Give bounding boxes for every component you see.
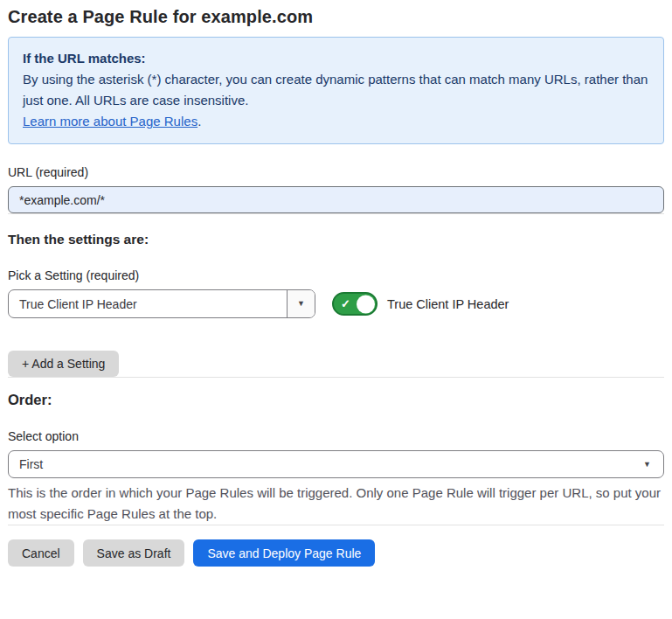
info-box-heading: If the URL matches: xyxy=(23,48,649,69)
url-label: URL (required) xyxy=(8,165,664,179)
url-input[interactable] xyxy=(8,186,664,213)
order-select-value: First xyxy=(19,457,643,471)
divider xyxy=(8,213,664,214)
info-box-body: By using the asterisk (*) character, you… xyxy=(23,69,649,111)
save-and-deploy-button[interactable]: Save and Deploy Page Rule xyxy=(193,539,375,567)
setting-row: True Client IP Header ▼ ✓ True Client IP… xyxy=(8,289,664,318)
setting-select-value: True Client IP Header xyxy=(9,290,287,317)
save-as-draft-button[interactable]: Save as Draft xyxy=(83,539,185,567)
learn-more-link[interactable]: Learn more about Page Rules xyxy=(23,114,197,129)
order-section-heading: Order: xyxy=(8,392,664,408)
create-page-rule-form: Create a Page Rule for example.com If th… xyxy=(0,7,672,567)
divider xyxy=(8,377,664,378)
settings-section-heading: Then the settings are: xyxy=(8,232,664,247)
order-help-text: This is the order in which your Page Rul… xyxy=(8,483,664,525)
chevron-down-icon: ▼ xyxy=(297,300,305,308)
divider xyxy=(8,525,664,525)
add-setting-button[interactable]: + Add a Setting xyxy=(8,351,119,377)
cancel-button[interactable]: Cancel xyxy=(8,539,74,567)
setting-toggle-label: True Client IP Header xyxy=(387,297,509,311)
check-icon: ✓ xyxy=(341,298,350,310)
order-select[interactable]: First ▼ xyxy=(8,450,664,478)
footer-actions: Cancel Save as Draft Save and Deploy Pag… xyxy=(8,539,664,567)
chevron-down-icon: ▼ xyxy=(643,461,651,469)
setting-select[interactable]: True Client IP Header ▼ xyxy=(8,289,315,318)
setting-select-caret-button[interactable]: ▼ xyxy=(287,290,315,317)
setting-toggle[interactable]: ✓ xyxy=(332,292,378,316)
pick-setting-label: Pick a Setting (required) xyxy=(8,268,664,282)
url-match-info-box: If the URL matches: By using the asteris… xyxy=(8,37,664,144)
order-select-label: Select option xyxy=(8,429,664,443)
toggle-knob xyxy=(357,295,375,313)
link-suffix: . xyxy=(197,114,201,129)
page-title: Create a Page Rule for example.com xyxy=(8,7,664,27)
info-box-link-line: Learn more about Page Rules. xyxy=(23,111,649,132)
